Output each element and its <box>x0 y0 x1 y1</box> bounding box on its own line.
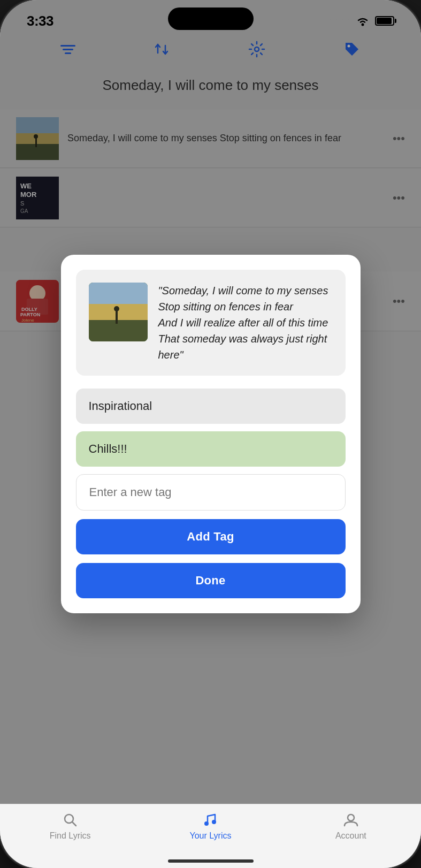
signal-dots <box>329 19 350 23</box>
modal-album-thumb <box>89 283 148 341</box>
tab-your-lyrics[interactable]: Your Lyrics <box>140 812 280 841</box>
svg-point-29 <box>212 820 216 824</box>
svg-rect-21 <box>89 283 148 304</box>
dot3 <box>341 19 345 23</box>
add-tag-button[interactable]: Add Tag <box>76 519 346 554</box>
home-indicator <box>168 859 254 863</box>
battery-icon <box>375 16 394 26</box>
svg-point-0 <box>362 24 364 26</box>
status-icons <box>329 16 394 26</box>
account-tab-icon <box>343 812 359 828</box>
svg-point-25 <box>114 306 119 311</box>
battery-fill <box>377 18 392 24</box>
tab-find-lyrics[interactable]: Find Lyrics <box>0 812 140 841</box>
dot1 <box>329 19 333 23</box>
wifi-icon <box>356 16 370 26</box>
lyrics-quote-text: "Someday, I will come to my sensesStop s… <box>158 283 333 363</box>
dot2 <box>335 19 339 23</box>
music-tab-icon <box>202 812 218 828</box>
phone-screen: 3:33 <box>0 0 421 868</box>
tab-find-lyrics-label: Find Lyrics <box>50 831 91 841</box>
modal: "Someday, I will come to my sensesStop s… <box>61 255 361 613</box>
svg-point-30 <box>348 814 354 821</box>
svg-point-28 <box>204 821 209 826</box>
tab-account[interactable]: Account <box>281 812 421 841</box>
tab-account-label: Account <box>335 831 366 841</box>
dynamic-island <box>168 7 254 30</box>
dot4 <box>347 19 350 23</box>
tag-chills[interactable]: Chills!!! <box>76 431 346 467</box>
search-tab-icon <box>62 812 78 828</box>
tab-your-lyrics-label: Your Lyrics <box>190 831 232 841</box>
tag-inspirational[interactable]: Inspirational <box>76 389 346 424</box>
done-button[interactable]: Done <box>76 563 346 598</box>
svg-line-27 <box>72 822 76 826</box>
status-time: 3:33 <box>27 13 53 29</box>
lyrics-card: "Someday, I will come to my sensesStop s… <box>76 270 346 376</box>
svg-rect-23 <box>89 320 148 341</box>
tab-bar: Find Lyrics Your Lyrics Account <box>0 804 421 868</box>
phone-frame: 3:33 <box>0 0 421 868</box>
svg-rect-22 <box>89 304 148 320</box>
new-tag-input[interactable] <box>76 474 346 511</box>
svg-rect-24 <box>116 310 118 324</box>
